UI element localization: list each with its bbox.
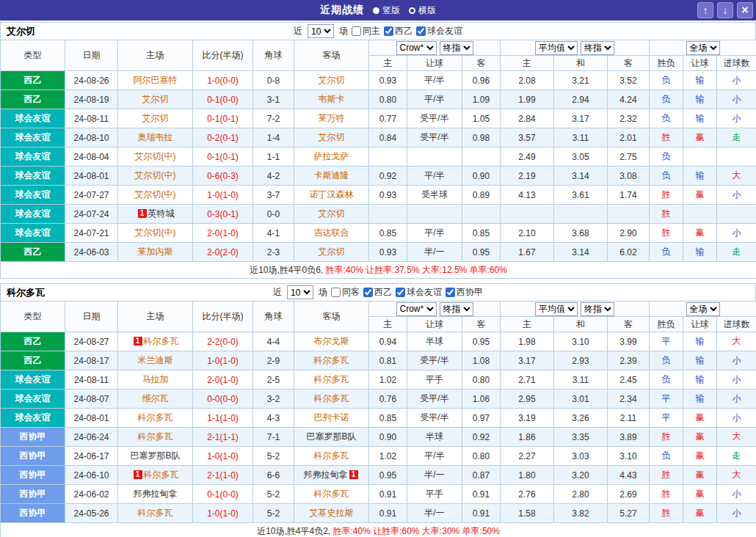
home-team-link[interactable]: 英特城 — [148, 208, 175, 219]
result: 胜 — [650, 485, 683, 504]
odds-source-select[interactable]: 终指 — [440, 302, 473, 316]
avg-odds-select[interactable]: 终指 — [581, 302, 614, 316]
odds-home: 0.93 — [369, 243, 407, 262]
avg-odds-select[interactable]: 平均值 — [535, 302, 578, 316]
match-date: 24-08-26 — [65, 71, 118, 90]
close-button[interactable]: × — [737, 2, 753, 18]
avg-odds-select[interactable]: 终指 — [581, 41, 614, 55]
layout-radio-horizontal[interactable]: 横版 — [409, 4, 436, 17]
home-team-link[interactable]: 维尔瓦 — [142, 393, 169, 403]
match-count-select[interactable]: 10 — [308, 24, 334, 38]
home-team-link[interactable]: 艾尔切(中) — [135, 189, 176, 200]
home-team-link[interactable]: 巴塞罗那B队 — [130, 450, 180, 461]
handicap-result: 输 — [683, 390, 717, 409]
away-team-link[interactable]: 卡斯迪隆 — [314, 170, 349, 180]
away-team-link[interactable]: 巴列卡诺 — [314, 412, 349, 423]
score: 1-1(1-0) — [193, 409, 253, 428]
handicap-result: 输 — [683, 243, 717, 262]
result-scope-select[interactable]: 全场 — [686, 41, 720, 55]
layout-radio-vertical[interactable]: 竖版 — [373, 4, 400, 17]
avg-home: 3.17 — [501, 351, 554, 370]
match-row: 西乙24-08-17米兰迪斯1-0(1-0)2-9科尔多瓦0.81受平/半1.0… — [1, 351, 756, 370]
away-team-link[interactable]: 韦斯卡 — [319, 94, 345, 104]
away-team-link[interactable]: 科尔多瓦 — [314, 355, 349, 365]
league-filter-checkbox[interactable]: 球会友谊 — [416, 25, 462, 37]
scroll-up-button[interactable]: ↑ — [697, 2, 713, 18]
away-team-link[interactable]: 科尔多瓦 — [314, 450, 349, 461]
home-team-link[interactable]: 阿尔巴塞特 — [134, 75, 178, 85]
odds-home: 0.77 — [369, 109, 407, 128]
avg-home: 1.67 — [501, 243, 554, 262]
corner-score: 7-1 — [253, 428, 294, 447]
away-team-link[interactable]: 艾基史拉斯 — [310, 508, 354, 518]
home-team-link[interactable]: 米兰迪斯 — [138, 355, 173, 365]
home-team-link[interactable]: 科尔多瓦 — [144, 470, 179, 480]
away-team-link[interactable]: 吉达联合 — [314, 227, 349, 238]
away-team-link[interactable]: 莱万特 — [319, 113, 345, 123]
odds-away: 1.06 — [462, 390, 501, 409]
odds-source-select[interactable]: Crow* — [396, 302, 437, 316]
odds-source-select[interactable]: Crow* — [396, 41, 437, 55]
league-type-badge: 球会友谊 — [1, 224, 65, 243]
away-team-link[interactable]: 布尔戈斯 — [314, 336, 349, 346]
avg-draw: 3.82 — [554, 504, 608, 523]
home-team-link[interactable]: 科尔多瓦 — [144, 336, 179, 346]
odds-home: 0.93 — [369, 186, 407, 205]
home-team-link[interactable]: 奥瑞韦拉 — [138, 132, 173, 142]
home-team-link[interactable]: 莱加内斯 — [138, 246, 173, 257]
odds-source-select[interactable]: 终指 — [440, 41, 473, 55]
handicap: 受平/半 — [407, 409, 462, 428]
handicap: 平/半 — [407, 90, 462, 109]
away-team-link[interactable]: 科尔多瓦 — [314, 374, 349, 384]
away-team-link[interactable]: 科尔多瓦 — [314, 393, 349, 403]
same-venue-checkbox[interactable]: 同主 — [352, 25, 380, 37]
away-team-link[interactable]: 邦弗拉甸拿 — [304, 470, 348, 480]
home-team-link[interactable]: 艾尔切 — [142, 94, 169, 104]
result: 胜 — [650, 504, 683, 523]
odds-away: 1.08 — [462, 351, 501, 370]
league-filter-checkbox[interactable]: 西协甲 — [446, 286, 483, 299]
home-team-link[interactable]: 艾尔切(中) — [135, 227, 176, 238]
odds-home: 0.92 — [369, 167, 407, 186]
red-card-badge: 1 — [349, 470, 358, 479]
same-venue-checkbox[interactable]: 同客 — [331, 286, 360, 299]
match-date: 24-08-01 — [65, 167, 118, 186]
away-team-link[interactable]: 艾尔切 — [319, 246, 345, 257]
home-team-link[interactable]: 艾尔切(中) — [135, 151, 176, 161]
league-type-badge: 西乙 — [1, 351, 65, 370]
scroll-down-button[interactable]: ↓ — [717, 2, 733, 18]
away-team-link[interactable]: 艾尔切 — [319, 208, 345, 219]
away-team-link[interactable]: 萨拉戈萨 — [314, 151, 349, 161]
result: 胜 — [650, 428, 683, 447]
home-team-link[interactable]: 邦弗拉甸拿 — [134, 489, 178, 499]
avg-odds-select[interactable]: 平均值 — [535, 41, 578, 55]
avg-home: 2.10 — [501, 224, 554, 243]
home-team-link[interactable]: 艾尔切 — [142, 113, 169, 123]
home-team-link[interactable]: 艾尔切(中) — [135, 170, 176, 180]
league-filter-checkbox[interactable]: 西乙 — [363, 286, 392, 299]
avg-draw: 3.11 — [554, 128, 608, 147]
match-count-select[interactable]: 10 — [287, 285, 313, 299]
avg-home: 2.27 — [501, 447, 554, 466]
home-team-link[interactable]: 科尔多瓦 — [138, 508, 173, 518]
match-row: 球会友谊24-08-11艾尔切0-1(0-1)7-2莱万特0.77受平/半1.0… — [1, 109, 756, 128]
away-team-link[interactable]: 艾尔切 — [319, 132, 345, 142]
sub-col-header: 客 — [608, 56, 650, 71]
away-team-link[interactable]: 艾尔切 — [319, 75, 345, 85]
home-team-link[interactable]: 科尔多瓦 — [138, 431, 173, 442]
away-team-link[interactable]: 巴塞罗那B队 — [306, 431, 356, 442]
away-team-cell: 艾尔切 — [294, 128, 369, 147]
away-team-link[interactable]: 科尔多瓦 — [314, 489, 349, 499]
away-team-link[interactable]: 诺丁汉森林 — [310, 189, 354, 200]
league-filter-checkbox[interactable]: 西乙 — [384, 25, 412, 37]
match-row: 球会友谊24-07-21艾尔切(中)2-0(1-0)4-1吉达联合0.85平/半… — [1, 224, 756, 243]
home-team-link[interactable]: 马拉加 — [142, 374, 169, 384]
goals-result: 小 — [717, 390, 756, 409]
red-card-badge: 1 — [134, 337, 142, 346]
home-team-link[interactable]: 科尔多瓦 — [138, 412, 173, 423]
odds-away: 1.09 — [462, 90, 501, 109]
league-filter-checkbox[interactable]: 球会友谊 — [396, 286, 442, 299]
summary-row: 近10场,胜4平4负2, 胜率:40% 让胜率:60% 大率:30% 单率:50… — [1, 523, 756, 537]
league-type-badge: 球会友谊 — [1, 186, 65, 205]
result-scope-select[interactable]: 全场 — [686, 302, 720, 316]
